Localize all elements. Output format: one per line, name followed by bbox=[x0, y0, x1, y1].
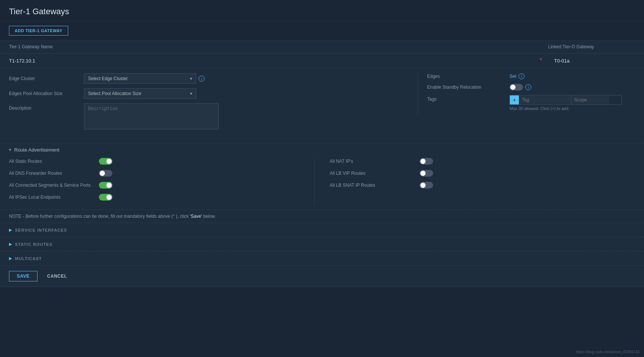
route-advertisement-section: ▾ Route Advertisement All Static Routes … bbox=[0, 143, 644, 210]
edges-pool-control: Select Pool Allocation Size ▾ bbox=[84, 88, 418, 99]
route-section-title: Route Advertisement bbox=[14, 147, 60, 153]
toggle-dns-routes[interactable] bbox=[99, 170, 112, 177]
scope-input[interactable] bbox=[571, 96, 609, 104]
route-item-dns: All DNS Forwarder Routes bbox=[9, 170, 314, 177]
route-grid: All Static Routes All DNS Forwarder Rout… bbox=[9, 158, 635, 206]
edge-cluster-control: Select Edge Cluster ▾ i bbox=[84, 73, 418, 84]
toggle-lb-vip-thumb bbox=[420, 171, 426, 176]
cancel-button[interactable]: CANCEL bbox=[42, 271, 72, 281]
toggle-lb-snat[interactable] bbox=[420, 182, 433, 189]
edges-pool-select[interactable]: Select Pool Allocation Size ▾ bbox=[84, 88, 196, 99]
edges-set-link[interactable]: Set bbox=[510, 74, 516, 79]
description-field-row: Description bbox=[9, 103, 418, 129]
standby-toggle[interactable] bbox=[510, 84, 523, 91]
save-button[interactable]: SAVE bbox=[9, 271, 37, 281]
col-header-linked: Linked Tier-O Gateway bbox=[539, 44, 644, 49]
standby-control: i bbox=[510, 84, 635, 91]
edge-cluster-info-icon[interactable]: i bbox=[199, 76, 205, 82]
right-section: Edges Set i Enable Standby Relocation i bbox=[418, 73, 635, 115]
form-top-row: * bbox=[0, 54, 644, 68]
edges-pool-label: Edges Pool Allocation Size bbox=[9, 91, 84, 96]
gateway-name-input[interactable] bbox=[9, 58, 537, 64]
edges-pool-chevron-icon: ▾ bbox=[190, 91, 192, 96]
edges-control: Set i bbox=[510, 73, 635, 79]
note-text-after: ), click bbox=[175, 214, 190, 219]
route-label-lb-vip: All LB VIP Routes bbox=[330, 171, 420, 176]
route-label-connected: All Connected Segments & Service Ports bbox=[9, 183, 99, 188]
toggle-lb-vip[interactable] bbox=[420, 170, 433, 177]
toggle-connected-thumb bbox=[106, 183, 112, 188]
route-item-nat: All NAT IP's bbox=[330, 158, 635, 165]
edges-label: Edges bbox=[427, 74, 510, 79]
required-star: * bbox=[540, 57, 542, 64]
route-item-connected: All Connected Segments & Service Ports bbox=[9, 182, 314, 189]
service-interfaces-section[interactable]: ▶ SERVICE INTERFACES bbox=[0, 223, 644, 237]
toggle-static-routes[interactable] bbox=[99, 158, 112, 165]
route-label-nat: All NAT IP's bbox=[330, 159, 420, 164]
toggle-connected[interactable] bbox=[99, 182, 112, 189]
multicast-label: MULTICAST bbox=[15, 256, 42, 261]
multicast-section[interactable]: ▶ MULTICAST bbox=[0, 251, 644, 265]
add-tier1-gateway-button[interactable]: ADD TIER-1 GATEWAY bbox=[9, 26, 68, 36]
route-label-dns: All DNS Forwarder Routes bbox=[9, 171, 99, 176]
service-interfaces-chevron-icon: ▶ bbox=[9, 228, 12, 232]
description-label: Description bbox=[9, 103, 84, 111]
route-col-right: All NAT IP's All LB VIP Routes All LB SN… bbox=[314, 158, 635, 206]
standby-toggle-thumb bbox=[510, 85, 515, 90]
toggle-dns-thumb bbox=[100, 171, 105, 176]
form-main-row: Edge Cluster Select Edge Cluster ▾ i Edg… bbox=[9, 73, 635, 134]
toolbar: ADD TIER-1 GATEWAY bbox=[0, 21, 644, 40]
multicast-chevron-icon: ▶ bbox=[9, 256, 12, 261]
route-item-static: All Static Routes bbox=[9, 158, 314, 165]
tags-label: Tags bbox=[427, 95, 510, 102]
tag-input[interactable] bbox=[519, 96, 571, 104]
standby-info-icon[interactable]: i bbox=[525, 84, 531, 90]
note-section: NOTE - Before further configurations can… bbox=[0, 210, 644, 223]
description-control bbox=[84, 103, 418, 129]
standby-relocation-row: Enable Standby Relocation i bbox=[427, 84, 635, 91]
form-container: * Edge Cluster Select Edge Cluster ▾ i bbox=[0, 54, 644, 287]
description-textarea[interactable] bbox=[84, 103, 219, 129]
toggle-ipsec[interactable] bbox=[99, 194, 112, 201]
edges-info-icon[interactable]: i bbox=[518, 73, 524, 79]
edges-field-row: Edges Set i bbox=[427, 73, 635, 79]
route-advertisement-header[interactable]: ▾ Route Advertisement bbox=[9, 147, 635, 153]
static-routes-label: STATIC ROUTES bbox=[15, 242, 52, 247]
toggle-static-thumb bbox=[106, 159, 112, 164]
route-item-lb-snat: All LB SNAT IP Routes bbox=[330, 182, 635, 189]
service-interfaces-label: SERVICE INTERFACES bbox=[15, 228, 67, 232]
form-fields: Edge Cluster Select Edge Cluster ▾ i Edg… bbox=[0, 68, 644, 143]
toggle-lb-snat-thumb bbox=[420, 183, 426, 188]
route-label-static: All Static Routes bbox=[9, 159, 99, 164]
edge-cluster-placeholder: Select Edge Cluster bbox=[88, 76, 128, 81]
route-col-left: All Static Routes All DNS Forwarder Rout… bbox=[9, 158, 314, 206]
attribution: https://blog.csdn.net/weixin_43394724 bbox=[576, 350, 640, 354]
edges-pool-field-row: Edges Pool Allocation Size Select Pool A… bbox=[9, 88, 418, 99]
tags-field-row: Tags + Max 30 allowed. Click (+) to add. bbox=[427, 95, 635, 111]
edge-cluster-field-row: Edge Cluster Select Edge Cluster ▾ i bbox=[9, 73, 418, 84]
route-item-lb-vip: All LB VIP Routes bbox=[330, 170, 635, 177]
route-label-lb-snat: All LB SNAT IP Routes bbox=[330, 183, 420, 188]
left-section: Edge Cluster Select Edge Cluster ▾ i Edg… bbox=[9, 73, 418, 134]
note-save-word: 'Save' bbox=[190, 214, 202, 219]
note-text-end: below. bbox=[202, 214, 216, 219]
edge-cluster-chevron-icon: ▾ bbox=[190, 76, 192, 81]
form-footer: SAVE CANCEL bbox=[0, 265, 644, 287]
tag-add-button[interactable]: + bbox=[510, 95, 519, 104]
edge-cluster-label: Edge Cluster bbox=[9, 76, 84, 81]
toggle-nat[interactable] bbox=[420, 158, 433, 165]
col-header-name: Tier-1 Gateway Name bbox=[0, 44, 539, 49]
note-text-before: NOTE - Before further configurations can… bbox=[9, 214, 173, 219]
edge-cluster-select[interactable]: Select Edge Cluster ▾ bbox=[84, 73, 196, 84]
table-header: Tier-1 Gateway Name Linked Tier-O Gatewa… bbox=[0, 40, 644, 54]
linked-gateway-input[interactable] bbox=[545, 58, 635, 64]
static-routes-chevron-icon: ▶ bbox=[9, 242, 12, 247]
standby-label: Enable Standby Relocation bbox=[427, 85, 510, 90]
route-item-ipsec: All IPSec Local Endpoints bbox=[9, 194, 314, 201]
toggle-nat-thumb bbox=[420, 159, 426, 164]
page-header: Tier-1 Gateways bbox=[0, 0, 644, 21]
edges-pool-placeholder: Select Pool Allocation Size bbox=[88, 91, 141, 96]
static-routes-section[interactable]: ▶ STATIC ROUTES bbox=[0, 237, 644, 251]
route-label-ipsec: All IPSec Local Endpoints bbox=[9, 195, 99, 200]
tags-control: + Max 30 allowed. Click (+) to add. bbox=[510, 95, 622, 111]
